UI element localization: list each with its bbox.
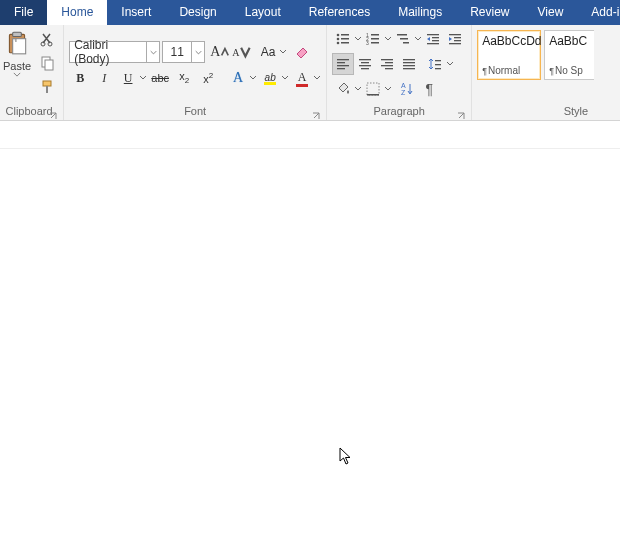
caret-up-icon — [220, 44, 230, 60]
shrink-font-button[interactable]: A — [231, 41, 253, 63]
tab-layout[interactable]: Layout — [231, 0, 295, 25]
text-effects-button[interactable]: A — [227, 67, 249, 89]
italic-button[interactable]: I — [93, 67, 115, 89]
style-no-spacing[interactable]: AaBbC ¶No Sp — [544, 30, 594, 80]
svg-rect-23 — [403, 42, 409, 44]
borders-icon — [365, 81, 381, 97]
format-painter-button[interactable] — [36, 76, 58, 98]
group-label-paragraph: Paragraph — [332, 102, 466, 120]
tab-mailings[interactable]: Mailings — [384, 0, 456, 25]
paragraph-dialog-launcher[interactable] — [456, 108, 466, 118]
style-normal[interactable]: AaBbCcDd ¶Normal — [477, 30, 541, 80]
svg-rect-10 — [341, 34, 349, 36]
align-center-button[interactable] — [354, 53, 376, 75]
svg-rect-27 — [427, 43, 439, 44]
tab-home[interactable]: Home — [47, 0, 107, 25]
font-size-combo[interactable]: 11 — [162, 41, 192, 63]
svg-point-9 — [337, 34, 340, 37]
sort-icon: AZ — [399, 81, 415, 97]
tab-review[interactable]: Review — [456, 0, 523, 25]
show-marks-button[interactable]: ¶ — [418, 78, 440, 100]
svg-rect-36 — [359, 59, 371, 60]
tab-addins[interactable]: Add-ins — [577, 0, 620, 25]
tab-insert[interactable]: Insert — [107, 0, 165, 25]
align-right-button[interactable] — [376, 53, 398, 75]
svg-rect-34 — [337, 65, 349, 66]
svg-rect-43 — [385, 68, 393, 69]
line-spacing-button[interactable] — [424, 53, 446, 75]
svg-rect-16 — [371, 34, 379, 36]
font-color-dropdown[interactable] — [313, 75, 321, 81]
grow-font-button[interactable]: A — [209, 41, 231, 63]
font-name-dropdown[interactable] — [147, 41, 160, 63]
tab-view[interactable]: View — [524, 0, 578, 25]
svg-rect-29 — [454, 37, 461, 38]
superscript-button[interactable]: x2 — [197, 67, 219, 89]
numbering-dropdown[interactable] — [384, 36, 392, 42]
tab-design[interactable]: Design — [165, 0, 230, 25]
borders-dropdown[interactable] — [384, 86, 392, 92]
outdent-icon — [425, 31, 441, 47]
justify-button[interactable] — [398, 53, 420, 75]
svg-rect-31 — [449, 43, 461, 44]
font-color-button[interactable]: A — [291, 67, 313, 89]
svg-rect-46 — [403, 65, 415, 66]
font-name-combo[interactable]: Calibri (Body) — [69, 41, 147, 63]
shading-button[interactable] — [332, 78, 354, 100]
highlight-dropdown[interactable] — [281, 75, 289, 81]
cut-button[interactable] — [36, 28, 58, 50]
text-effects-dropdown[interactable] — [249, 75, 257, 81]
font-dialog-launcher[interactable] — [311, 108, 321, 118]
tab-file[interactable]: File — [0, 0, 47, 25]
align-left-icon — [335, 56, 351, 72]
font-color-swatch — [296, 84, 308, 87]
document-area[interactable] — [0, 121, 620, 540]
change-case-button[interactable]: Aa — [257, 41, 279, 63]
svg-rect-33 — [337, 62, 345, 63]
paste-label: Paste — [3, 60, 31, 72]
style-name: ¶No Sp — [549, 65, 590, 76]
group-styles: AaBbCcDd ¶Normal AaBbC ¶No Sp Style — [472, 25, 594, 120]
ribbon: Paste Clipboard Calibri ( — [0, 25, 620, 121]
subscript-button[interactable]: x2 — [173, 67, 195, 89]
highlight-button[interactable]: ab — [259, 67, 281, 89]
highlight-swatch — [264, 82, 276, 85]
shading-dropdown[interactable] — [354, 86, 362, 92]
tab-references[interactable]: References — [295, 0, 384, 25]
bullets-dropdown[interactable] — [354, 36, 362, 42]
increase-indent-button[interactable] — [444, 28, 466, 50]
svg-text:A: A — [401, 82, 406, 89]
underline-dropdown[interactable] — [139, 75, 147, 81]
svg-point-11 — [337, 38, 340, 41]
svg-rect-47 — [403, 68, 415, 69]
style-name: ¶Normal — [482, 65, 536, 76]
borders-button[interactable] — [362, 78, 384, 100]
copy-button[interactable] — [36, 52, 58, 74]
svg-rect-26 — [432, 40, 439, 41]
bullets-icon — [335, 31, 351, 47]
underline-button[interactable]: U — [117, 67, 139, 89]
paste-button[interactable]: Paste — [0, 28, 34, 102]
bold-button[interactable]: B — [69, 67, 91, 89]
group-clipboard: Paste Clipboard — [0, 25, 64, 120]
sort-button[interactable]: AZ — [396, 78, 418, 100]
strikethrough-button[interactable]: abc — [149, 67, 171, 89]
multilevel-dropdown[interactable] — [414, 36, 422, 42]
ribbon-tabs: File Home Insert Design Layout Reference… — [0, 0, 620, 25]
group-label-font: Font — [69, 102, 321, 120]
font-size-dropdown[interactable] — [192, 41, 205, 63]
paste-icon — [4, 28, 30, 58]
numbering-button[interactable]: 123 — [362, 28, 384, 50]
decrease-indent-button[interactable] — [422, 28, 444, 50]
multilevel-icon — [395, 31, 411, 47]
line-spacing-dropdown[interactable] — [446, 61, 454, 67]
clipboard-dialog-launcher[interactable] — [48, 108, 58, 118]
numbering-icon: 123 — [365, 31, 381, 47]
eraser-icon — [294, 44, 310, 60]
clear-format-button[interactable] — [291, 41, 313, 63]
align-left-button[interactable] — [332, 53, 354, 75]
multilevel-button[interactable] — [392, 28, 414, 50]
change-case-dropdown[interactable] — [279, 49, 287, 55]
svg-rect-32 — [337, 59, 349, 60]
bullets-button[interactable] — [332, 28, 354, 50]
